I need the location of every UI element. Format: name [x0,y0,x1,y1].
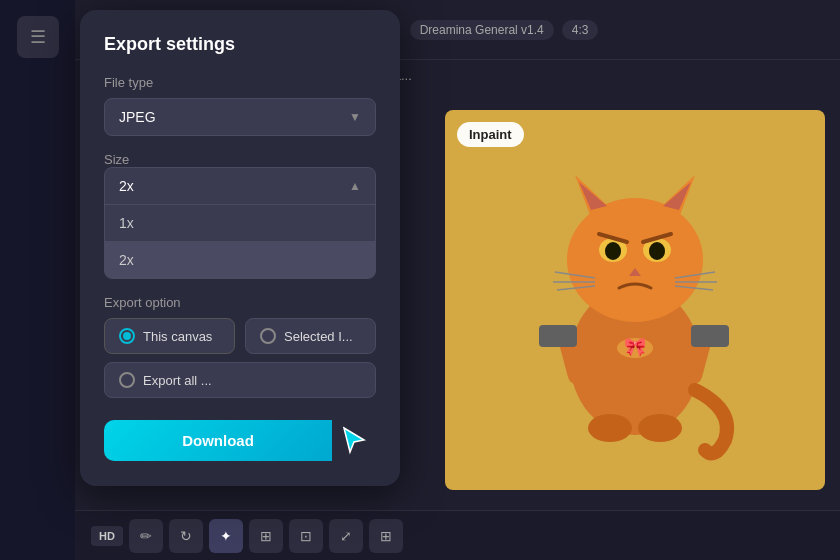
toolbar-image-icon[interactable]: ⊞ [249,519,283,553]
file-type-label: File type [104,75,376,90]
export-options: This canvas Selected I... Export all ... [104,318,376,398]
svg-point-10 [649,242,665,260]
selected-option[interactable]: Selected I... [245,318,376,354]
selected-label: Selected I... [284,329,353,344]
toolbar-grid-icon[interactable]: ⊞ [369,519,403,553]
svg-rect-25 [691,325,729,347]
header-tags: Dreamina General v1.4 4:3 [410,20,599,40]
file-type-chevron-icon: ▼ [349,110,361,124]
left-sidebar: ☰ [0,0,75,560]
hd-badge[interactable]: HD [91,526,123,546]
size-chevron-icon: ▲ [349,179,361,193]
main-content: ☰ Dreamina | AI Images 06-12 10:25 Dream… [0,0,840,560]
file-type-value: JPEG [119,109,156,125]
size-option-1x-label: 1x [119,215,134,231]
tag-model: Dreamina General v1.4 [410,20,554,40]
download-btn-wrap: Download [104,418,376,462]
image-area: Inpaint [445,110,825,490]
export-option-row-1: This canvas Selected I... [104,318,376,354]
sidebar-btn-1[interactable]: ☰ [17,16,59,58]
this-canvas-radio-icon [119,328,135,344]
bottom-toolbar: HD ✏ ↻ ✦ ⊞ ⊡ ⤢ ⊞ [75,510,840,560]
export-all-label: Export all ... [143,373,212,388]
svg-point-27 [638,414,682,442]
file-type-select[interactable]: JPEG ▼ [104,98,376,136]
selected-radio-icon [260,328,276,344]
export-all-option[interactable]: Export all ... [104,362,376,398]
size-label: Size [104,152,376,167]
size-option-2x[interactable]: 2x [105,241,375,278]
tag-ratio: 4:3 [562,20,599,40]
toolbar-expand-icon[interactable]: ⤢ [329,519,363,553]
svg-point-26 [588,414,632,442]
svg-marker-28 [344,428,364,452]
export-all-row: Export all ... [104,362,376,398]
toolbar-wand-icon[interactable]: ✦ [209,519,243,553]
export-option-label: Export option [104,295,376,310]
size-option-1x[interactable]: 1x [105,204,375,241]
this-canvas-label: This canvas [143,329,212,344]
cursor-arrow-icon [332,418,376,462]
panel-title: Export settings [104,34,376,55]
toolbar-pencil-icon[interactable]: ✏ [129,519,163,553]
size-option-2x-label: 2x [119,252,134,268]
size-dropdown: 2x ▲ 1x 2x [104,167,376,279]
svg-point-9 [605,242,621,260]
export-panel: Export settings File type JPEG ▼ Size 2x… [80,10,400,486]
cat-image: 🎀 [445,110,825,490]
size-value: 2x [119,178,134,194]
svg-rect-23 [539,325,577,347]
size-header[interactable]: 2x ▲ [105,168,375,204]
export-all-radio-icon [119,372,135,388]
toolbar-crop-icon[interactable]: ⊡ [289,519,323,553]
this-canvas-option[interactable]: This canvas [104,318,235,354]
inpaint-badge[interactable]: Inpaint [457,122,524,147]
download-button[interactable]: Download [104,420,332,461]
svg-point-2 [567,198,703,322]
svg-text:🎀: 🎀 [624,336,647,358]
toolbar-refresh-icon[interactable]: ↻ [169,519,203,553]
